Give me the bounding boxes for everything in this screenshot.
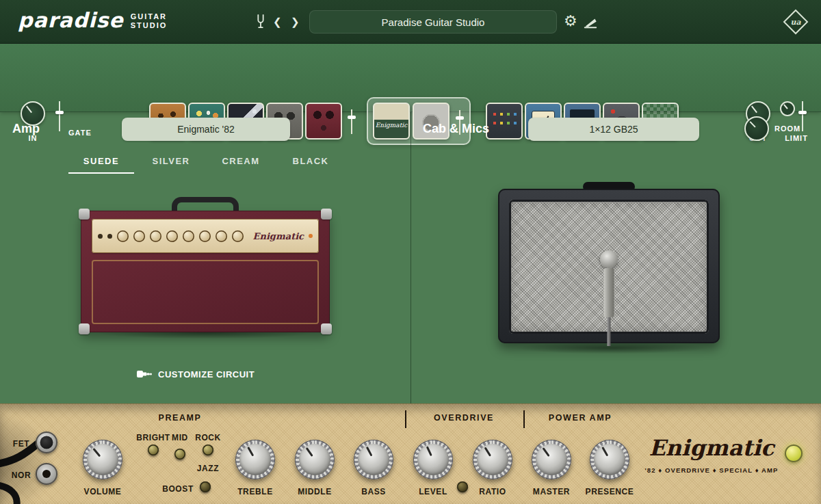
treble-label: TREBLE [228, 487, 283, 496]
mini-jack [98, 234, 103, 239]
volume-label: VOLUME [75, 487, 130, 496]
room-knob[interactable] [744, 116, 769, 141]
cab-image [498, 182, 720, 349]
mini-knob [216, 230, 227, 242]
mini-knob [166, 230, 178, 242]
fet-input-label: FET [10, 439, 33, 449]
volume-knob[interactable] [83, 440, 122, 479]
settings-gear-icon[interactable]: ⚙ [564, 12, 577, 30]
amp-front-pinstripe [92, 260, 319, 324]
amp-model-selector[interactable]: Enigmatic '82 [122, 118, 290, 141]
power-lamp[interactable] [785, 445, 803, 462]
rock-label: ROCK [189, 433, 227, 442]
amp-control-panel: Enigmatic [92, 219, 319, 253]
tab-cream[interactable]: CREAM [208, 156, 274, 174]
ua-logo[interactable]: ua [783, 9, 809, 35]
boost-label: BOOST [159, 484, 197, 494]
microphone-head[interactable] [600, 250, 618, 268]
middle-label: MIDDLE [287, 487, 342, 496]
amp-thumb-label: Enigmatic [374, 122, 408, 129]
app-logo-line2: STUDIO [131, 21, 168, 30]
presence-label: PRESENCE [582, 487, 637, 496]
tab-silver[interactable]: SILVER [138, 156, 204, 174]
limit-label: LIMIT [777, 134, 816, 142]
corner-protector [321, 209, 332, 220]
amp-head-image: Enigmatic [81, 197, 330, 332]
corner-protector [321, 323, 332, 334]
signal-chain-bar: IN GATE Enigmatic OUT LIMIT [0, 44, 821, 112]
mini-knob [232, 230, 244, 242]
jazz-label: JAZZ [189, 464, 227, 473]
app-logo: paradise GUITAR STUDIO [18, 8, 167, 32]
pedal-slot-6[interactable] [486, 103, 523, 140]
preset-name-field[interactable]: Paradise Guitar Studio [309, 10, 557, 34]
mic-stand-pole [608, 317, 611, 346]
gate-label: GATE [68, 129, 99, 137]
ratio-knob[interactable] [473, 440, 512, 479]
section-divider [523, 410, 525, 428]
pedal-controller-icon[interactable] [583, 14, 598, 31]
mini-knob [117, 230, 129, 242]
amp-finish-tabs: SUEDE SILVER CREAM BLACK [68, 156, 343, 174]
amp-cab-divider [410, 112, 411, 403]
tab-suede[interactable]: SUEDE [68, 156, 134, 174]
boost-toggle[interactable] [200, 481, 211, 492]
section-divider [405, 410, 406, 428]
mid-toggle[interactable] [174, 449, 185, 460]
nor-input-label: NOR [10, 470, 33, 480]
pedal-slot-5[interactable] [305, 103, 342, 140]
amp-body: Enigmatic [81, 211, 330, 332]
gate-fader[interactable] [55, 101, 64, 131]
amp-brand-logo: Enigmatic [647, 435, 776, 461]
ua-logo-letters: ua [790, 18, 801, 27]
amp-cab-selected-group[interactable]: Enigmatic [367, 97, 471, 145]
presence-knob[interactable] [590, 440, 629, 479]
middle-knob[interactable] [295, 440, 335, 479]
preamp-section-label: PREAMP [139, 413, 221, 423]
level-label: LEVEL [406, 487, 460, 496]
pre-amp-level-fader[interactable] [347, 109, 356, 134]
limit-knob[interactable] [780, 101, 795, 116]
master-knob[interactable] [532, 440, 571, 479]
master-label: MASTER [524, 487, 579, 496]
treble-knob[interactable] [235, 440, 275, 479]
amp-head-brand: Enigmatic [253, 231, 304, 241]
app-logo-secondary: GUITAR STUDIO [131, 12, 168, 30]
ratio-label: RATIO [465, 487, 520, 496]
cab-model-selector[interactable]: 1×12 GB25 [528, 118, 699, 141]
level-knob[interactable] [413, 440, 453, 479]
bright-toggle[interactable] [148, 445, 159, 455]
overdrive-section-label: OVERDRIVE [423, 413, 505, 423]
customize-circuit-label: CUSTOMIZE CIRCUIT [158, 369, 255, 380]
plug-icon [137, 369, 152, 380]
cab-section-title: Cab & Mics [423, 122, 489, 136]
microphone-body[interactable] [604, 268, 614, 317]
amp-section-title: Amp [12, 122, 40, 136]
tab-black[interactable]: BLACK [278, 156, 343, 174]
mini-knob [199, 230, 211, 242]
corner-protector [79, 209, 90, 220]
mini-knob [150, 230, 161, 242]
bass-knob[interactable] [354, 440, 393, 479]
mini-knob [183, 230, 194, 242]
app-logo-line1: GUITAR [131, 12, 168, 21]
amp-slot-thumbnail[interactable]: Enigmatic [373, 103, 410, 140]
preset-next-button[interactable]: ❯ [291, 16, 300, 28]
plugin-window: paradise GUITAR STUDIO ❮ ❯ Paradise Guit… [0, 0, 821, 504]
customize-circuit-button[interactable]: CUSTOMIZE CIRCUIT [137, 369, 255, 380]
mini-jack [107, 234, 112, 239]
app-logo-primary: paradise [18, 8, 124, 32]
amp-brand-subtitle: '82 ♦ OVERDRIVE ♦ SPECIAL ♦ AMP [642, 466, 781, 474]
top-bar: paradise GUITAR STUDIO ❮ ❯ Paradise Guit… [0, 0, 821, 44]
nor-input-jack[interactable] [36, 463, 57, 485]
poweramp-section-label: POWER AMP [539, 413, 621, 423]
tuner-icon[interactable] [253, 13, 268, 31]
preset-prev-button[interactable]: ❮ [273, 16, 282, 28]
fet-input-jack[interactable] [36, 432, 57, 453]
mini-knob [133, 230, 145, 242]
amp-pilot-led [309, 234, 313, 238]
bass-label: BASS [346, 487, 401, 496]
corner-protector [79, 323, 90, 334]
room-label: ROOM [774, 124, 810, 133]
rock-jazz-toggle[interactable] [203, 445, 213, 455]
